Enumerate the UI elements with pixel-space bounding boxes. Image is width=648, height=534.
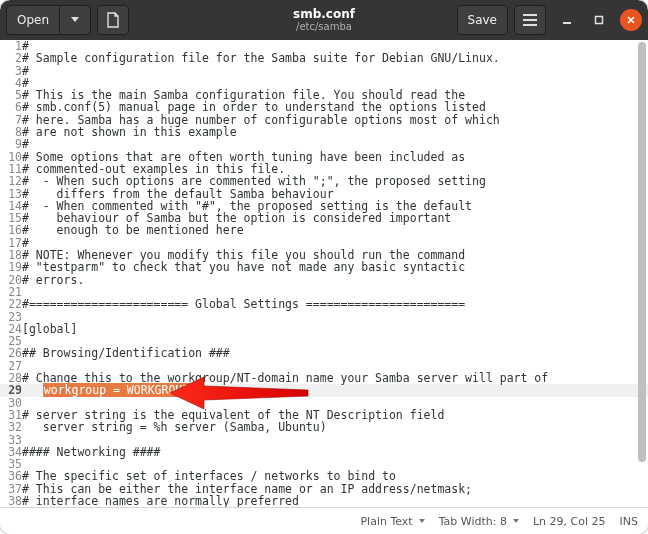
code-line[interactable]: workgroup = WORKGROUP bbox=[22, 384, 648, 396]
svg-rect-4 bbox=[596, 17, 603, 24]
open-button-group: Open bbox=[6, 5, 91, 35]
code-line[interactable]: #### Networking #### bbox=[22, 446, 648, 458]
code-line[interactable]: # interface names are normally preferred bbox=[22, 495, 648, 507]
code-line[interactable]: # errors. bbox=[22, 274, 648, 286]
minimize-icon bbox=[562, 15, 572, 25]
position-label: Ln 29, Col 25 bbox=[533, 515, 606, 528]
line-number: 6 bbox=[0, 101, 22, 113]
line-number: 22 bbox=[0, 298, 22, 310]
insert-mode-toggle[interactable]: INS bbox=[620, 515, 638, 528]
vertical-scrollbar[interactable] bbox=[638, 40, 646, 508]
line-number: 2 bbox=[0, 52, 22, 64]
chevron-down-icon bbox=[419, 519, 425, 523]
open-recent-button[interactable] bbox=[60, 5, 91, 35]
ins-label: INS bbox=[620, 515, 638, 528]
close-icon bbox=[626, 15, 636, 25]
code-content[interactable]: ## Sample configuration file for the Sam… bbox=[22, 40, 648, 508]
line-number: 23 bbox=[0, 311, 22, 323]
code-line[interactable]: # Sample configuration file for the Samb… bbox=[22, 52, 648, 64]
syntax-mode-selector[interactable]: Plain Text bbox=[360, 515, 424, 528]
tab-width-selector[interactable]: Tab Width: 8 bbox=[439, 515, 519, 528]
chevron-down-icon bbox=[71, 17, 79, 23]
code-line[interactable]: # differs from the default Samba behavio… bbox=[22, 188, 648, 200]
save-label: Save bbox=[468, 13, 497, 27]
code-line[interactable]: # bbox=[22, 138, 648, 150]
code-line[interactable]: server string = %h server (Samba, Ubuntu… bbox=[22, 421, 648, 433]
code-line[interactable]: # "testparm" to check that you have not … bbox=[22, 261, 648, 273]
syntax-label: Plain Text bbox=[360, 515, 412, 528]
save-button[interactable]: Save bbox=[457, 5, 508, 35]
line-number: 33 bbox=[0, 434, 22, 446]
code-line[interactable]: # bbox=[22, 65, 648, 77]
maximize-button[interactable] bbox=[588, 9, 610, 31]
line-number: 9 bbox=[0, 138, 22, 150]
code-line[interactable]: # - When such options are commented with… bbox=[22, 175, 648, 187]
code-line[interactable]: # The specific set of interfaces / netwo… bbox=[22, 470, 648, 482]
header-bar: Open smb.conf /etc/samba Save bbox=[0, 0, 648, 40]
svg-rect-3 bbox=[563, 22, 571, 24]
line-number: 38 bbox=[0, 495, 22, 507]
line-number: 12 bbox=[0, 175, 22, 187]
text-selection[interactable]: workgroup = WORKGROUP bbox=[43, 383, 190, 397]
tab-width-label: Tab Width: 8 bbox=[439, 515, 507, 528]
code-line[interactable]: ## Browsing/Identification ### bbox=[22, 347, 648, 359]
text-editor[interactable]: 1234567891011121314151617181920212223242… bbox=[0, 40, 648, 508]
chevron-down-icon bbox=[513, 519, 519, 523]
svg-rect-2 bbox=[523, 24, 537, 26]
line-number: 29 bbox=[0, 384, 22, 396]
open-button[interactable]: Open bbox=[6, 5, 60, 35]
code-line[interactable]: # smb.conf(5) manual page in order to un… bbox=[22, 101, 648, 113]
line-number: 32 bbox=[0, 421, 22, 433]
line-number: 13 bbox=[0, 188, 22, 200]
line-number: 36 bbox=[0, 470, 22, 482]
line-number: 19 bbox=[0, 261, 22, 273]
code-line[interactable]: # enough to be mentioned here bbox=[22, 224, 648, 236]
new-document-button[interactable] bbox=[97, 5, 129, 35]
maximize-icon bbox=[594, 15, 604, 25]
code-line[interactable]: # are not shown in this example bbox=[22, 126, 648, 138]
svg-rect-1 bbox=[523, 19, 537, 21]
line-number: 16 bbox=[0, 224, 22, 236]
hamburger-icon bbox=[523, 14, 537, 26]
scrollbar-thumb[interactable] bbox=[638, 42, 646, 462]
window-controls bbox=[556, 9, 642, 31]
editor-window: Open smb.conf /etc/samba Save bbox=[0, 0, 648, 534]
cursor-position[interactable]: Ln 29, Col 25 bbox=[533, 515, 606, 528]
minimize-button[interactable] bbox=[556, 9, 578, 31]
code-line[interactable] bbox=[22, 434, 648, 446]
code-line[interactable]: [global] bbox=[22, 323, 648, 335]
line-number: 26 bbox=[0, 347, 22, 359]
code-line[interactable] bbox=[22, 311, 648, 323]
code-line[interactable]: #======================= Global Settings… bbox=[22, 298, 648, 310]
hamburger-menu-button[interactable] bbox=[514, 5, 546, 35]
open-label: Open bbox=[17, 13, 49, 27]
status-bar: Plain Text Tab Width: 8 Ln 29, Col 25 IN… bbox=[0, 507, 648, 534]
close-button[interactable] bbox=[620, 9, 642, 31]
svg-rect-0 bbox=[523, 14, 537, 16]
new-document-icon bbox=[106, 12, 120, 28]
